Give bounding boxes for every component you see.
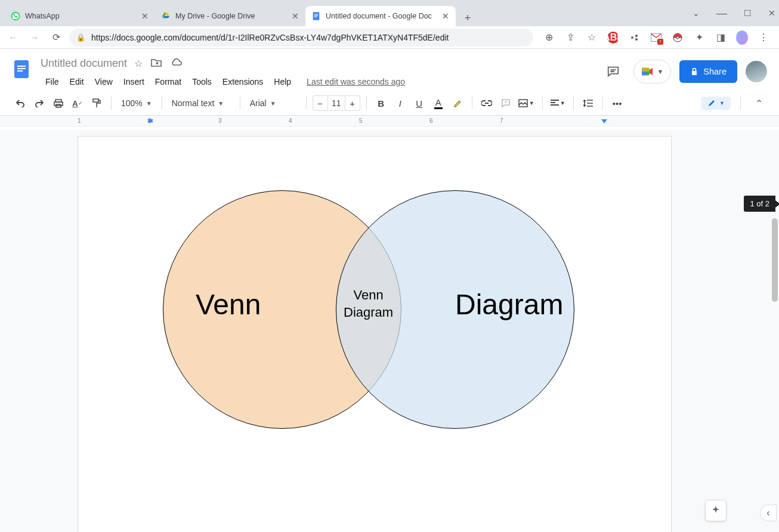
scroll-thumb[interactable]	[772, 218, 778, 302]
align-button[interactable]: ▼	[549, 95, 567, 112]
formatting-toolbar: A✓ 100%▼ Normal text▼ Arial▼ − 11 + B I …	[0, 91, 779, 116]
browser-tab-drive[interactable]: My Drive - Google Drive ✕	[155, 6, 305, 26]
menu-help[interactable]: Help	[269, 75, 296, 89]
browser-tab-docs[interactable]: Untitled document - Google Doc ✕	[305, 6, 456, 26]
tab-title: WhatsApp	[25, 12, 136, 20]
bookmark-icon[interactable]: ☆	[586, 32, 598, 44]
menu-format[interactable]: Format	[150, 75, 186, 89]
svg-rect-3	[314, 16, 319, 16]
share-label: Share	[703, 67, 727, 76]
close-icon[interactable]: ✕	[441, 12, 450, 20]
profile-avatar[interactable]	[736, 32, 748, 44]
minimize-icon[interactable]: —	[716, 7, 727, 20]
menu-file[interactable]: File	[41, 75, 64, 89]
meet-button[interactable]: ▼	[633, 60, 671, 83]
spellcheck-button[interactable]: A✓	[69, 95, 86, 112]
highlight-button[interactable]	[449, 95, 466, 112]
venn-label-right: Diagram	[455, 288, 563, 321]
url-text: https://docs.google.com/document/d/1r-I2…	[91, 33, 449, 42]
menu-extensions[interactable]: Extensions	[218, 75, 268, 89]
zoom-select[interactable]: 100%▼	[118, 98, 156, 108]
vertical-scrollbar[interactable]	[771, 130, 779, 532]
font-select[interactable]: Arial▼	[246, 98, 300, 108]
venn-center-line2: Diagram	[344, 305, 393, 320]
svg-rect-12	[17, 66, 26, 67]
line-spacing-button[interactable]	[580, 95, 596, 112]
last-edit-link[interactable]: Last edit was seconds ago	[307, 77, 405, 86]
move-icon[interactable]	[151, 58, 162, 69]
horizontal-ruler[interactable]: 1 2 3 4 5 6 7	[0, 116, 779, 126]
more-tools-button[interactable]: •••	[609, 95, 626, 112]
window-controls: ⌄ — ☐ ✕	[693, 0, 775, 26]
tab-title: Untitled document - Google Doc	[326, 12, 437, 20]
extensions-puzzle-icon[interactable]: ✦	[693, 32, 705, 44]
menu-edit[interactable]: Edit	[65, 75, 89, 89]
cloud-status-icon[interactable]	[170, 58, 182, 69]
collapse-toolbar-button[interactable]: ⌃	[750, 95, 767, 112]
chevron-down-icon: ▼	[270, 100, 276, 107]
text-color-button[interactable]: A	[430, 95, 447, 112]
first-line-indent-marker[interactable]	[147, 118, 153, 122]
editing-mode-button[interactable]: ▼	[701, 97, 731, 110]
undo-button[interactable]	[12, 95, 29, 112]
italic-button[interactable]: I	[392, 95, 409, 112]
account-avatar[interactable]	[746, 61, 767, 82]
lock-icon: 🔒	[76, 33, 85, 42]
paragraph-style-select[interactable]: Normal text▼	[168, 98, 234, 108]
kebab-menu-icon[interactable]: ⋮	[758, 32, 769, 44]
svg-point-5	[631, 36, 633, 39]
menu-bar: File Edit View Insert Format Tools Exten…	[41, 73, 601, 91]
increase-font-button[interactable]: +	[345, 98, 360, 109]
print-button[interactable]	[50, 95, 67, 112]
ruler-tick: 4	[289, 117, 359, 124]
menu-view[interactable]: View	[90, 75, 118, 89]
extension-icon[interactable]	[629, 32, 641, 44]
mail-icon[interactable]	[650, 32, 662, 44]
reload-button[interactable]: ⟳	[48, 29, 64, 46]
document-page[interactable]: Venn Venn Diagram Diagram	[78, 136, 672, 532]
insert-image-button[interactable]: ▼	[517, 95, 536, 112]
url-input[interactable]: 🔒 https://docs.google.com/document/d/1r-…	[69, 29, 533, 47]
venn-diagram-drawing[interactable]: Venn Venn Diagram Diagram	[163, 190, 590, 435]
menu-tools[interactable]: Tools	[187, 75, 217, 89]
comment-history-icon[interactable]	[601, 60, 625, 83]
close-icon[interactable]: ✕	[141, 12, 149, 20]
star-icon[interactable]: ☆	[134, 58, 143, 69]
forward-button[interactable]: →	[26, 29, 43, 46]
new-tab-button[interactable]: +	[459, 10, 476, 26]
lock-icon	[690, 67, 698, 76]
docs-logo-icon[interactable]	[10, 57, 33, 81]
zoom-icon[interactable]: ⊕	[543, 32, 555, 44]
document-title[interactable]: Untitled document	[41, 57, 127, 70]
close-window-icon[interactable]: ✕	[768, 8, 775, 18]
paint-format-button[interactable]	[88, 95, 105, 112]
explore-button[interactable]	[705, 500, 727, 521]
share-button[interactable]: Share	[679, 60, 737, 83]
pokeball-icon[interactable]	[672, 32, 684, 44]
venn-label-center: Venn Diagram	[344, 287, 393, 321]
redo-button[interactable]	[31, 95, 48, 112]
pencil-icon	[707, 99, 716, 107]
ruler-tick: 3	[218, 117, 289, 124]
address-bar: ← → ⟳ 🔒 https://docs.google.com/document…	[0, 26, 779, 49]
browser-tab-whatsapp[interactable]: WhatsApp ✕	[5, 6, 155, 26]
close-icon[interactable]: ✕	[291, 12, 299, 20]
decrease-font-button[interactable]: −	[313, 98, 327, 109]
insert-link-button[interactable]	[478, 95, 495, 112]
share-page-icon[interactable]: ⇪	[564, 32, 576, 44]
svg-rect-17	[642, 68, 650, 72]
font-size-input[interactable]: 11	[327, 96, 345, 110]
chevron-down-icon[interactable]: ⌄	[693, 8, 700, 18]
maximize-icon[interactable]: ☐	[744, 8, 752, 18]
insert-comment-button[interactable]	[497, 95, 514, 112]
menu-insert[interactable]: Insert	[119, 75, 149, 89]
bold-button[interactable]: B	[373, 95, 390, 112]
back-button[interactable]: ←	[5, 29, 21, 46]
sidepanel-icon[interactable]: ◨	[715, 32, 727, 44]
docs-header: Untitled document ☆ File Edit View Inser…	[0, 49, 779, 91]
right-indent-marker[interactable]	[601, 119, 607, 123]
ruler-tick: 2	[148, 117, 218, 124]
address-bar-actions: ⊕ ⇪ ☆ ABP ✦ ◨ ⋮	[538, 32, 774, 44]
underline-button[interactable]: U	[411, 95, 428, 112]
adblock-icon[interactable]: ABP	[607, 32, 619, 44]
